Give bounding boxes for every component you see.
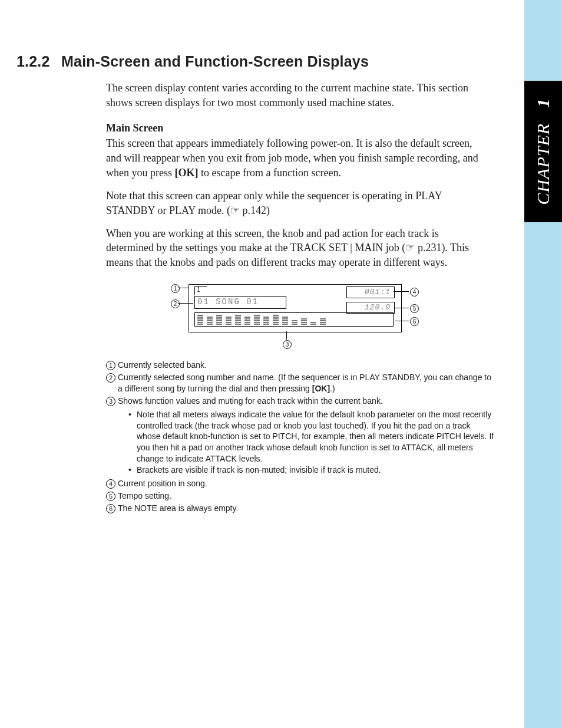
callout-4: 4 [410,288,419,297]
sidebar: CHAPTER 1 [524,0,562,728]
callout-3: 3 [283,340,292,349]
page-ref: ☞ p.231 [405,242,441,253]
section-heading: 1.2.2Main-Screen and Function-Screen Dis… [61,53,518,70]
note-item: 6The NOTE area is always empty. [106,503,495,514]
chapter-number: 1 [533,98,553,107]
lcd-diagram: 1 01 SONG 01 001:1 120.0 1 2 3 4 5 6 [171,278,418,349]
paragraph-2: Note that this screen can appear only wh… [106,189,483,218]
callout-6: 6 [410,317,419,326]
subheading: Main Screen [106,121,483,136]
note-item: 3Shows function values and muting for ea… [106,396,495,407]
note-item: 4Current position in song. [106,478,495,489]
note-item: 2Currently selected song number and name… [106,372,495,394]
position-display: 001:1 [346,286,395,298]
bank-indicator: 1 [194,286,207,295]
song-display: 01 SONG 01 [194,296,286,309]
page-content: 1.2.2Main-Screen and Function-Screen Dis… [0,0,518,728]
tempo-display: 120.0 [346,302,395,314]
chapter-tab: CHAPTER 1 [524,81,562,222]
track-meters [194,312,394,327]
callout-1: 1 [171,284,180,293]
ok-key: [OK] [174,167,198,179]
paragraph-1: This screen that appears immediately fol… [106,136,483,180]
section-title: Main-Screen and Function-Screen Displays [61,53,369,70]
intro-paragraph: The screen display content varies accord… [106,81,483,110]
note-item: 5Tempo setting. [106,490,495,502]
callout-2: 2 [171,299,180,308]
section-number: 1.2.2 [16,53,61,70]
callout-5: 5 [410,304,419,313]
page-ref: ☞ p.142 [230,205,266,216]
chapter-label: CHAPTER [533,123,553,205]
note-item: 1Currently selected bank. [106,360,495,371]
callout-notes: 1Currently selected bank.2Currently sele… [106,360,495,514]
paragraph-3: When you are working at this screen, the… [106,226,483,270]
